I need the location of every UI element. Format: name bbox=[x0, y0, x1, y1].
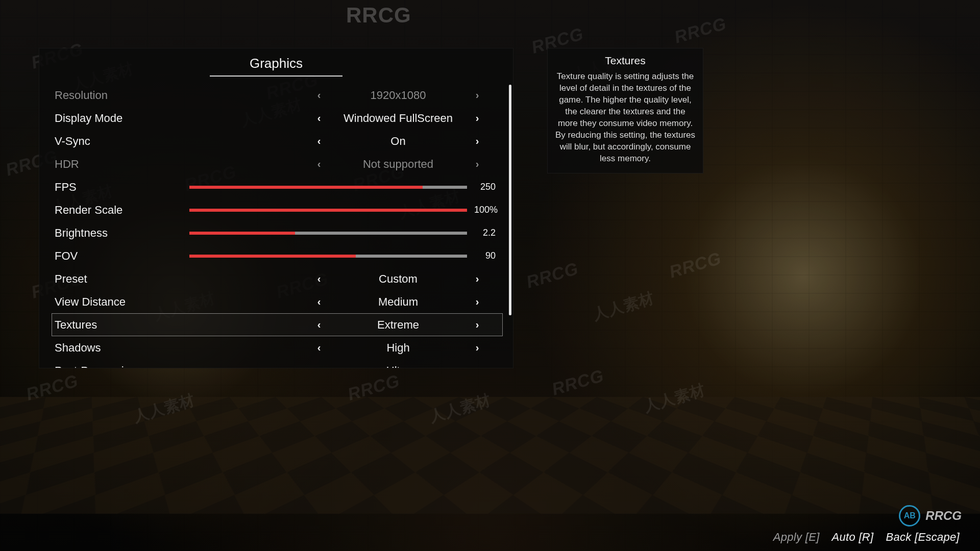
setting-row-hdr[interactable]: HDR‹Not supported› bbox=[52, 153, 503, 176]
setting-row-resolution[interactable]: Resolution‹980x551› bbox=[52, 84, 503, 107]
option-value: High bbox=[324, 341, 472, 355]
chevron-right-icon[interactable]: › bbox=[472, 112, 482, 124]
setting-label: Render Scale bbox=[55, 204, 182, 217]
setting-label: Shadows bbox=[55, 341, 182, 355]
chevron-right-icon[interactable]: › bbox=[472, 342, 482, 354]
setting-row-brightness[interactable]: Brightness2.2 bbox=[52, 221, 503, 244]
chevron-right-icon[interactable]: › bbox=[472, 365, 482, 368]
slider-wrap: 250 bbox=[189, 182, 496, 192]
slider-fill bbox=[189, 255, 356, 258]
chevron-left-icon[interactable]: ‹ bbox=[314, 112, 324, 124]
chevron-left-icon[interactable]: ‹ bbox=[314, 158, 324, 170]
graphics-settings-panel: Graphics Resolution‹980x551›Display Mo… bbox=[39, 48, 513, 368]
setting-label: Post-Processing bbox=[55, 364, 182, 369]
option-selector: ‹High› bbox=[314, 341, 482, 355]
chevron-left-icon[interactable]: ‹ bbox=[314, 135, 324, 147]
chevron-right-icon[interactable]: › bbox=[472, 89, 482, 101]
setting-label: FPS bbox=[55, 181, 182, 194]
settings-rows: Resolution‹980x551›Display Mode‹Window… bbox=[39, 84, 513, 368]
option-selector: ‹Extreme› bbox=[314, 318, 482, 332]
chevron-left-icon[interactable]: ‹ bbox=[314, 296, 324, 308]
slider-track[interactable] bbox=[189, 232, 467, 235]
setting-label: HDR bbox=[55, 158, 182, 171]
setting-row-vsync[interactable]: V-Sync‹On› bbox=[52, 130, 503, 153]
hint-back[interactable]: Back [Escape] bbox=[886, 531, 960, 544]
setting-row-render_scale[interactable]: Render Scale100% bbox=[52, 198, 503, 221]
logo-disc-icon: AB bbox=[899, 505, 920, 527]
chevron-left-icon[interactable]: ‹ bbox=[314, 342, 324, 354]
option-selector: ‹Windowed FullScreen› bbox=[314, 112, 482, 125]
chevron-right-icon[interactable]: › bbox=[472, 135, 482, 147]
option-value: Ultra bbox=[324, 364, 472, 369]
hint-apply[interactable]: Apply [E] bbox=[773, 531, 820, 544]
setting-row-shadows[interactable]: Shadows‹High› bbox=[52, 336, 503, 359]
setting-tooltip: Textures Texture quality is setting adju… bbox=[547, 48, 703, 173]
option-selector: ‹Custom› bbox=[314, 272, 482, 286]
setting-row-postproc[interactable]: Post-Processing‹Ultra› bbox=[52, 359, 503, 368]
setting-label: Preset bbox=[55, 272, 182, 286]
slider-value: 250 bbox=[467, 182, 496, 192]
setting-label: View Distance bbox=[55, 295, 182, 309]
slider-value: 90 bbox=[467, 251, 496, 261]
tooltip-title: Textures bbox=[555, 54, 696, 68]
rrcg-logo: AB RRCG bbox=[899, 505, 962, 527]
option-value: Extreme bbox=[324, 318, 472, 332]
slider-wrap: 100% bbox=[189, 205, 496, 215]
chevron-right-icon[interactable]: › bbox=[472, 158, 482, 170]
option-value: Medium bbox=[324, 295, 472, 309]
slider-wrap: 90 bbox=[189, 251, 496, 261]
option-selector: ‹Not supported› bbox=[314, 158, 482, 171]
slider-fill bbox=[189, 209, 467, 212]
footer-hints: Apply [E] Auto [R] Back [Escape] bbox=[773, 531, 960, 544]
setting-label: FOV bbox=[55, 249, 182, 263]
chevron-left-icon[interactable]: ‹ bbox=[314, 273, 324, 285]
setting-label: V-Sync bbox=[55, 135, 182, 148]
option-selector: ‹Ultra› bbox=[314, 364, 482, 369]
option-value: On bbox=[324, 135, 472, 148]
slider-fill bbox=[189, 186, 423, 189]
chevron-right-icon[interactable]: › bbox=[472, 319, 482, 331]
slider-value: 100% bbox=[467, 205, 496, 215]
scrollbar[interactable] bbox=[509, 85, 511, 315]
logo-text: RRCG bbox=[925, 509, 962, 523]
setting-row-textures[interactable]: Textures‹Extreme› bbox=[52, 313, 503, 336]
option-value: Custom bbox=[324, 272, 472, 286]
setting-row-display_mode[interactable]: Display Mode‹Windowed FullScreen› bbox=[52, 107, 503, 130]
panel-title: Graphics bbox=[39, 52, 513, 76]
slider-track[interactable] bbox=[189, 186, 467, 189]
hint-auto[interactable]: Auto [R] bbox=[832, 531, 874, 544]
chevron-left-icon[interactable]: ‹ bbox=[314, 89, 324, 101]
slider-track[interactable] bbox=[189, 209, 467, 212]
setting-row-preset[interactable]: Preset‹Custom› bbox=[52, 267, 503, 290]
setting-row-fps[interactable]: FPS250 bbox=[52, 176, 503, 198]
chevron-left-icon[interactable]: ‹ bbox=[314, 365, 324, 368]
slider-track[interactable] bbox=[189, 255, 467, 258]
slider-wrap: 2.2 bbox=[189, 228, 496, 238]
option-value: 980x551 bbox=[324, 89, 472, 102]
option-selector: ‹On› bbox=[314, 135, 482, 148]
setting-label: Textures bbox=[55, 318, 182, 332]
setting-row-fov[interactable]: FOV90 bbox=[52, 244, 503, 267]
option-selector: ‹980x551› bbox=[314, 89, 482, 102]
slider-fill bbox=[189, 232, 295, 235]
slider-value: 2.2 bbox=[467, 228, 496, 238]
option-selector: ‹Medium› bbox=[314, 295, 482, 309]
setting-label: Resolution bbox=[55, 89, 182, 102]
tooltip-body: Texture quality is setting adjusts the l… bbox=[555, 71, 696, 165]
setting-label: Brightness bbox=[55, 227, 182, 240]
setting-label: Display Mode bbox=[55, 112, 182, 125]
chevron-right-icon[interactable]: › bbox=[472, 273, 482, 285]
option-value: Not supported bbox=[324, 158, 472, 171]
chevron-right-icon[interactable]: › bbox=[472, 296, 482, 308]
panel-title-underline bbox=[210, 76, 342, 77]
setting-row-view_distance[interactable]: View Distance‹Medium› bbox=[52, 290, 503, 313]
chevron-left-icon[interactable]: ‹ bbox=[314, 319, 324, 331]
option-value: Windowed FullScreen bbox=[324, 112, 472, 125]
